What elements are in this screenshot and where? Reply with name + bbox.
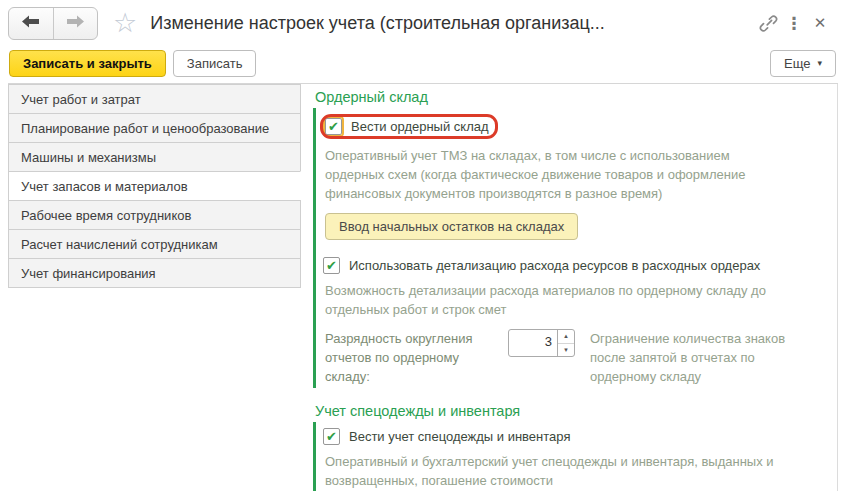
- keep-workwear-row: ✔ Вести учет спецодежды и инвентаря: [323, 428, 837, 445]
- group-body-workwear: ✔ Вести учет спецодежды и инвентаря Опер…: [313, 422, 837, 491]
- save-and-close-button[interactable]: Записать и закрыть: [9, 50, 166, 77]
- rounding-value[interactable]: 3: [509, 330, 557, 356]
- back-button[interactable]: [9, 8, 53, 39]
- checkmark-icon: ✔: [326, 259, 337, 272]
- more-menu-icon[interactable]: ⋮: [781, 10, 807, 36]
- keep-workwear-checkbox[interactable]: ✔: [323, 428, 340, 445]
- tab-content-inventory: Ордерный склад ✔ Вести ордерный склад Оп…: [313, 84, 838, 491]
- group-title-workwear: Учет спецодежды и инвентаря: [315, 403, 837, 419]
- opening-balances-button[interactable]: Ввод начальных остатков на складах: [325, 213, 578, 240]
- forward-arrow-icon: [67, 14, 84, 32]
- tab-payroll[interactable]: Расчет начислений сотрудникам: [8, 229, 301, 259]
- keep-workwear-label: Вести учет спецодежды и инвентаря: [349, 429, 570, 444]
- command-bar: Записать и закрыть Записать Еще ▾: [0, 47, 845, 79]
- more-button-label: Еще: [784, 56, 810, 71]
- group-title-order-warehouse: Ордерный склад: [315, 89, 837, 105]
- rounding-spinner[interactable]: 3 ▲ ▼: [508, 329, 575, 357]
- chevron-down-icon: ▾: [817, 58, 822, 68]
- window-titlebar: ☆ Изменение настроек учета (строительная…: [0, 0, 845, 46]
- spin-down-icon: ▼: [563, 347, 569, 353]
- tab-work-and-costs[interactable]: Учет работ и затрат: [8, 84, 301, 114]
- more-button[interactable]: Еще ▾: [770, 50, 836, 77]
- workwear-description: Оперативный и бухгалтерский учет спецоде…: [325, 452, 813, 490]
- red-annotation-highlight: ✔ Вести ордерный склад: [320, 114, 498, 139]
- tab-machines[interactable]: Машины и механизмы: [8, 142, 301, 172]
- keep-order-warehouse-row: ✔ Вести ордерный склад: [323, 114, 837, 139]
- tab-planning-and-pricing[interactable]: Планирование работ и ценообразование: [8, 113, 301, 143]
- main-area: Учет работ и затрат Планирование работ и…: [8, 83, 838, 491]
- keep-order-warehouse-checkbox[interactable]: ✔: [325, 118, 342, 135]
- close-icon[interactable]: ✕: [807, 10, 833, 36]
- checkmark-icon: ✔: [326, 430, 337, 443]
- spin-down-button[interactable]: ▼: [558, 343, 574, 357]
- spin-up-icon: ▲: [563, 333, 569, 339]
- use-detail-label: Использовать детализацию расхода ресурсо…: [349, 258, 760, 273]
- rounding-field-note: Ограничение количества знаков после запя…: [590, 329, 815, 386]
- link-icon[interactable]: [755, 10, 781, 36]
- use-detail-checkbox[interactable]: ✔: [323, 257, 340, 274]
- use-detail-row: ✔ Использовать детализацию расхода ресур…: [323, 257, 837, 274]
- detail-description: Возможность детализации расхода материал…: [325, 281, 803, 319]
- page-title: Изменение настроек учета (строительная о…: [150, 13, 755, 34]
- forward-button[interactable]: [53, 8, 98, 39]
- keep-order-warehouse-label: Вести ордерный склад: [351, 119, 489, 134]
- tab-working-hours[interactable]: Рабочее время сотрудников: [8, 200, 301, 230]
- group-body-order-warehouse: ✔ Вести ордерный склад Оперативный учет …: [313, 108, 837, 388]
- settings-tab-list: Учет работ и затрат Планирование работ и…: [8, 84, 301, 288]
- tab-financing[interactable]: Учет финансирования: [8, 258, 301, 288]
- rounding-field-row: Разрядность округления отчетов по ордерн…: [325, 329, 837, 386]
- tab-inventory-and-materials[interactable]: Учет запасов и материалов: [8, 171, 301, 201]
- favorite-star-icon[interactable]: ☆: [113, 10, 137, 37]
- back-arrow-icon: [22, 14, 39, 32]
- spin-up-button[interactable]: ▲: [558, 330, 574, 343]
- history-nav-group: [8, 7, 98, 40]
- order-warehouse-description: Оперативный учет ТМЗ на складах, в том ч…: [325, 146, 773, 203]
- spinner-buttons: ▲ ▼: [557, 330, 574, 356]
- checkmark-icon: ✔: [328, 120, 339, 133]
- rounding-field-label: Разрядность округления отчетов по ордерн…: [325, 329, 493, 386]
- save-button[interactable]: Записать: [173, 50, 257, 77]
